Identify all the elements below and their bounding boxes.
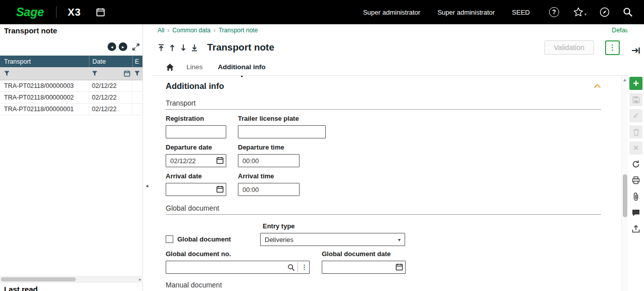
sage-logo[interactable]: Sage xyxy=(16,6,44,19)
favorites-star-icon[interactable]: ▾ xyxy=(573,7,586,17)
record-navigation: ◂ ▸ xyxy=(108,42,139,51)
delete-button xyxy=(629,125,642,138)
table-row[interactable]: TRA-PT02118/00000002 02/12/22 xyxy=(0,92,142,104)
favorites-caret-icon[interactable]: ▾ xyxy=(584,12,586,17)
user-menu[interactable]: Super administrator xyxy=(363,9,420,16)
horizontal-scrollbar[interactable]: ▸ xyxy=(0,276,143,283)
cell-transport[interactable]: TRA-PT02118/00000002 xyxy=(0,92,89,103)
attachments-button[interactable] xyxy=(629,190,642,203)
record-table: Transport Date E TRA-PT02118/00000003 02… xyxy=(0,56,142,115)
role-menu[interactable]: Super administrator xyxy=(437,9,494,16)
trailer-license-plate-input[interactable] xyxy=(238,125,326,138)
comments-button[interactable] xyxy=(629,206,642,219)
vertical-scrollbar-thumb[interactable] xyxy=(623,174,627,217)
global-document-checkbox[interactable] xyxy=(166,235,173,243)
trailer-license-plate-label: Trailer license plate xyxy=(238,115,326,122)
calendar-icon[interactable] xyxy=(216,185,224,193)
speech-bubble-icon xyxy=(632,209,640,217)
home-icon xyxy=(166,63,174,71)
exit-icon[interactable] xyxy=(631,46,640,55)
endpoint-menu[interactable]: SEED xyxy=(512,9,530,16)
first-record-icon[interactable] xyxy=(158,44,165,52)
departure-date-label: Departure date xyxy=(166,143,226,151)
cell-transport[interactable]: TRA-PT02118/00000003 xyxy=(0,80,89,91)
save-icon xyxy=(632,96,640,104)
search-icon[interactable] xyxy=(623,7,633,17)
expand-panel-icon[interactable] xyxy=(132,43,139,51)
field-global-document-checkbox: Global document xyxy=(166,222,260,246)
confirm-button: ✓ xyxy=(629,109,642,122)
calendar-icon[interactable] xyxy=(216,157,224,164)
scroll-right-arrow-icon[interactable]: ▸ xyxy=(139,276,141,282)
share-button[interactable] xyxy=(629,222,642,235)
action-rail: + ✓ × xyxy=(628,24,644,291)
filter-date-cell[interactable] xyxy=(89,70,132,77)
more-actions-button[interactable]: ⋮ xyxy=(605,40,620,55)
tab-additional-info[interactable]: Additional info ● xyxy=(218,59,265,76)
cell-transport[interactable]: TRA-PT02118/00000001 xyxy=(0,104,89,115)
previous-record-button[interactable]: ◂ xyxy=(108,42,116,51)
tab-lines[interactable]: Lines xyxy=(186,59,203,76)
breadcrumb-all[interactable]: All xyxy=(158,27,164,34)
table-row[interactable]: TRA-PT02118/00000003 02/12/22 xyxy=(0,80,142,92)
departure-time-input[interactable] xyxy=(238,154,300,167)
column-header-date[interactable]: Date xyxy=(89,56,132,67)
filter-funnel-icon xyxy=(4,71,10,76)
breadcrumb-transport-note[interactable]: Transport note xyxy=(219,27,258,34)
departure-time-label: Departure time xyxy=(238,143,300,151)
horizontal-scrollbar-thumb[interactable] xyxy=(1,277,76,281)
breadcrumb-common-data[interactable]: Common data xyxy=(172,27,210,34)
calendar-icon[interactable] xyxy=(96,8,105,17)
last-record-icon[interactable] xyxy=(191,44,198,52)
entry-type-label: Entry type xyxy=(260,222,405,230)
next-page-icon[interactable] xyxy=(180,44,187,52)
entry-type-select[interactable]: Deliveries ▾ xyxy=(260,233,405,246)
previous-page-icon[interactable] xyxy=(169,44,176,52)
breadcrumb: All › Common data › Transport note Defau… xyxy=(152,24,644,36)
collapse-panel-icon[interactable]: ◂ xyxy=(143,181,151,190)
header-actions: Validation ⋮ xyxy=(544,40,620,55)
collapse-section-icon[interactable] xyxy=(593,84,601,88)
paperclip-icon xyxy=(633,192,639,201)
entry-type-value: Deliveries xyxy=(265,236,293,244)
cell-date[interactable]: 02/12/22 xyxy=(89,104,132,115)
column-header-transport[interactable]: Transport xyxy=(0,58,89,65)
new-record-button[interactable]: + xyxy=(629,77,642,90)
filter-e-cell[interactable] xyxy=(132,71,142,76)
form-row: Global document Entry type Deliveries ▾ xyxy=(166,222,601,246)
arrival-time-input[interactable] xyxy=(238,183,300,196)
registration-input[interactable] xyxy=(166,125,226,138)
vertical-scrollbar[interactable]: ▲ xyxy=(621,76,628,291)
column-header-e[interactable]: E xyxy=(132,56,142,67)
cell-date[interactable]: 02/12/22 xyxy=(89,92,132,103)
filter-funnel-icon xyxy=(92,71,97,76)
field-arrival-date: Arrival date xyxy=(166,172,226,196)
group-title-global-document: Global document xyxy=(166,204,601,215)
next-record-button[interactable]: ▸ xyxy=(119,42,127,51)
tab-home[interactable] xyxy=(166,59,174,76)
help-icon[interactable]: ? xyxy=(549,7,559,17)
lookup-search-icon[interactable] xyxy=(287,264,295,271)
table-row[interactable]: TRA-PT02118/00000001 02/12/22 xyxy=(0,104,142,115)
cell-date[interactable]: 02/12/22 xyxy=(89,80,132,91)
calendar-icon[interactable] xyxy=(395,263,403,271)
form-row: Arrival date Arrival time xyxy=(166,172,601,196)
form-row: Departure date Departure time xyxy=(166,143,601,167)
print-button[interactable] xyxy=(629,174,642,187)
form-row: Global document no. ⋮ Global document da… xyxy=(166,250,601,274)
x3-logo[interactable]: X3 xyxy=(68,7,81,18)
form-row: Registration Trailer license plate xyxy=(166,115,601,138)
refresh-button[interactable] xyxy=(629,158,642,171)
validation-button[interactable]: Validation xyxy=(544,40,594,55)
field-global-document-date: Global document date xyxy=(322,250,406,274)
global-document-date-input[interactable] xyxy=(322,261,406,274)
compass-icon[interactable] xyxy=(600,7,610,17)
field-arrival-time: Arrival time xyxy=(238,172,300,196)
lookup-more-icon[interactable]: ⋮ xyxy=(298,262,308,272)
scroll-up-arrow-icon[interactable]: ▲ xyxy=(622,76,628,82)
filter-transport-cell[interactable] xyxy=(0,71,89,76)
save-button xyxy=(629,93,642,106)
registration-label: Registration xyxy=(166,115,226,122)
field-entry-type: Entry type Deliveries ▾ xyxy=(260,222,405,246)
printer-icon xyxy=(632,176,640,184)
